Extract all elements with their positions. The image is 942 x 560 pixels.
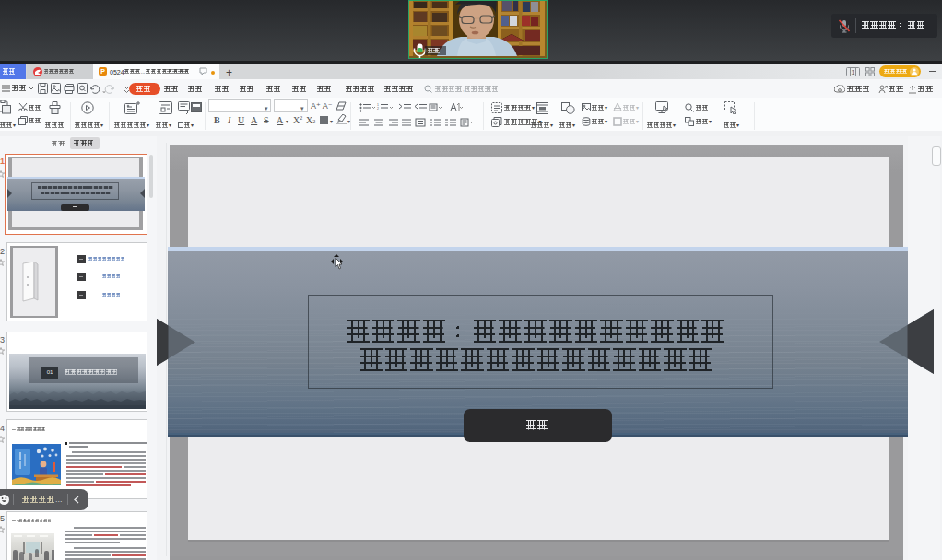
svg-text:2: 2 (377, 107, 379, 111)
svg-text:1: 1 (852, 69, 855, 76)
